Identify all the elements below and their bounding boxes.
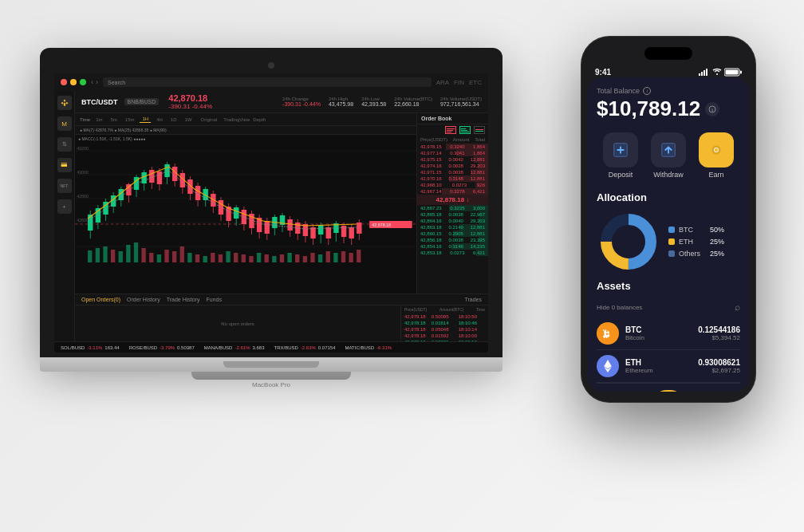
allocation-content: BTC 50% ETH 25% Others 25% [597, 210, 740, 274]
order-book-header: Order Book [417, 113, 488, 124]
svg-text:43200: 43200 [77, 146, 89, 151]
svg-rect-110 [249, 256, 253, 262]
price-change: -390.31 -0.44% [168, 103, 212, 110]
sidebar-icon-trade[interactable]: ⇅ [57, 137, 72, 152]
ob-ask-row: 42,968.100.0273926 [417, 182, 488, 188]
chart-area: Time 1m 5m 15m 1H 4H 1D 1W Original Tr [75, 113, 488, 294]
sidebar-icon-markets[interactable]: M [57, 116, 72, 131]
trading-main: M ⇅ 💳 NFT + BTC/USDT BNB/BUSD 4 [54, 91, 488, 341]
btc-balance: 0.12544186 $5,394.52 [698, 325, 740, 341]
tab-trade-history[interactable]: Trade History [167, 297, 200, 302]
sidebar-icon-nft[interactable]: NFT [57, 179, 72, 193]
battery-icon [724, 68, 742, 77]
svg-rect-75 [318, 225, 323, 234]
tab-funds[interactable]: Funds [206, 297, 221, 302]
ob-col-headers: Price(USDT) Amount Total [417, 136, 488, 144]
trades-title: Trades [464, 297, 482, 302]
legend-item-btc: BTC 50% [668, 226, 724, 234]
chart-tab-1h[interactable]: 1H [140, 116, 151, 123]
svg-text:42800: 42800 [77, 194, 89, 199]
eth-fullname: Ethereum [625, 367, 653, 374]
chart-tab-4h[interactable]: 4H [154, 116, 165, 123]
nav-trade[interactable] [652, 390, 684, 392]
svg-rect-53 [234, 207, 238, 219]
wifi-icon [712, 68, 722, 76]
svg-rect-126 [701, 72, 703, 76]
browser-nav-arrows[interactable]: ‹› [91, 78, 98, 86]
tab-open-orders[interactable]: Open Orders(0) [81, 297, 120, 302]
search-assets-btn[interactable]: ⌕ [735, 301, 740, 313]
earn-icon [707, 141, 725, 159]
svg-rect-93 [119, 251, 123, 262]
chart-tab-1w[interactable]: 1W [183, 116, 195, 123]
sidebar-icon-wallet[interactable]: 💳 [57, 158, 72, 172]
address-text: Search [108, 80, 125, 85]
tl-yellow[interactable] [70, 79, 77, 85]
donut-chart [597, 210, 660, 274]
asset-row-eth[interactable]: ETH Ethereum 0.93008621 $2,697.25 [597, 350, 740, 383]
hide-balances-btn[interactable]: Hide 0 balances [597, 304, 642, 311]
svg-rect-113 [272, 256, 276, 262]
tl-green[interactable] [80, 79, 86, 85]
svg-rect-109 [242, 254, 246, 262]
action-btn-deposit[interactable]: Deposit [603, 132, 638, 179]
nav-wallet[interactable] [700, 390, 732, 392]
svg-rect-89 [88, 250, 92, 262]
tab-order-history[interactable]: Order History [127, 297, 160, 302]
chart-tab-1d[interactable]: 1D [168, 116, 179, 123]
address-bar[interactable]: Search [103, 77, 432, 87]
trading-content: BTC/USDT BNB/BUSD 42,870.18 -390.31 -0.4… [75, 91, 488, 341]
svg-rect-61 [265, 221, 270, 234]
svg-rect-111 [257, 253, 261, 262]
nav-markets[interactable] [605, 390, 636, 392]
chart-tab-5m[interactable]: 5m [108, 116, 119, 123]
ob-bid-row: 42,854.160.314814,235 [417, 243, 488, 250]
svg-rect-124 [357, 250, 361, 262]
action-btn-earn[interactable]: Earn [699, 132, 734, 179]
scene: ‹› Search ARAFINETC [0, 0, 804, 532]
svg-rect-31 [149, 170, 154, 183]
action-buttons: Deposit Withdraw [597, 132, 740, 179]
chart-canvas: 43200 43000 42800 42600 [75, 135, 416, 262]
svg-rect-117 [303, 256, 307, 262]
asset-row-btc[interactable]: BTC Bitcoin 0.12544186 $5,394.52 [597, 317, 740, 350]
donut-svg [597, 210, 660, 274]
svg-point-142 [614, 227, 643, 256]
ob-ask-row: 42,970.160.314812,881 [417, 175, 488, 182]
eth-icon [597, 355, 619, 377]
svg-rect-119 [318, 254, 322, 262]
btc-dot [668, 227, 675, 233]
traffic-lights [61, 79, 86, 85]
svg-rect-55 [242, 210, 246, 224]
bottom-tabs: Open Orders(0) Order History Trade Histo… [75, 294, 488, 305]
laptop-stand [191, 372, 351, 380]
sidebar-icon-buycrypto[interactable]: + [57, 199, 72, 214]
svg-rect-29 [141, 172, 146, 183]
chart-tab-15m[interactable]: 15m [123, 116, 137, 123]
chart-tab-1m[interactable]: 1m [93, 116, 104, 123]
ob-bid-row: 42,860.150.290512,881 [417, 231, 488, 237]
action-btn-withdraw[interactable]: Withdraw [651, 132, 686, 179]
svg-rect-104 [203, 256, 207, 262]
sidebar-icon-binance[interactable] [57, 96, 72, 110]
withdraw-icon [660, 141, 677, 159]
ticker-item: ROSE/BUSD -3.79% 0.50387 [129, 345, 195, 350]
ticker-item: MANA/BUSD -2.61% 3.683 [204, 345, 265, 350]
trading-sidebar: M ⇅ 💳 NFT + [54, 91, 75, 341]
pair-name[interactable]: BTC/USDT [81, 98, 118, 106]
svg-text:43000: 43000 [77, 170, 89, 175]
deposit-label: Deposit [609, 171, 633, 179]
tl-red[interactable] [61, 79, 67, 85]
trade-row: 42,979.180.5009518:10:50 [404, 313, 485, 320]
balance-info-button[interactable]: i [705, 102, 719, 116]
balance-amount: $10,789.12 i [597, 97, 740, 121]
browser-topbar: ‹› Search ARAFINETC [54, 73, 488, 91]
svg-rect-127 [704, 70, 705, 76]
svg-rect-94 [126, 245, 130, 262]
ob-ask-row: 42,967.140.32786,421 [417, 188, 488, 195]
phone-content: Total Balance i $10,789.12 i [587, 77, 750, 392]
ob-ask-row: 42,971.150.003812,881 [417, 169, 488, 175]
svg-rect-101 [180, 246, 184, 262]
laptop: ‹› Search ARAFINETC [40, 48, 503, 388]
chart-main: Time 1m 5m 15m 1H 4H 1D 1W Original Tr [75, 113, 416, 294]
